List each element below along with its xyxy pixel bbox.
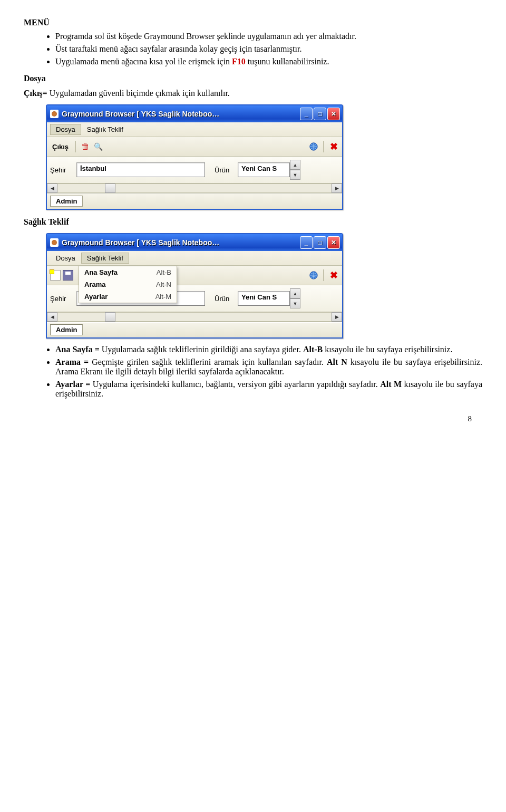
menu-item-arama[interactable]: Arama Alt-N xyxy=(79,278,177,291)
menu-saglik-teklif[interactable]: Sağlık Teklif xyxy=(81,124,129,135)
menu-shortcut: Alt-N xyxy=(156,281,171,288)
page-number: 8 xyxy=(24,414,482,423)
window-title: Graymound Browser [ YKS Saglik Noteboo… xyxy=(62,110,300,118)
shortcut-key: F10 xyxy=(232,57,246,66)
search-icon[interactable]: 🔍 xyxy=(93,141,103,152)
cikis-label: Çıkış= xyxy=(24,89,47,98)
statusbar: Admin xyxy=(47,322,342,337)
toolbar-divider xyxy=(323,141,324,152)
globe-icon[interactable] xyxy=(308,270,319,281)
bullet-item: Ayarlar = Uygulama içerisindeki kullanıc… xyxy=(55,380,482,399)
scroll-left-icon[interactable]: ◀ xyxy=(47,183,57,193)
close-icon: ✕ xyxy=(331,110,336,118)
heading-saglik-teklif: Sağlık Teklif xyxy=(24,217,482,227)
new-doc-icon[interactable] xyxy=(50,270,61,281)
menubar: Dosya Sağlık Teklif xyxy=(47,122,342,137)
minimize-icon: _ xyxy=(305,110,308,118)
horizontal-scrollbar[interactable]: ◀ ▶ xyxy=(47,183,342,194)
menu-label: Arama xyxy=(84,281,105,288)
menu-dosya[interactable]: Dosya xyxy=(50,124,81,135)
fields-row: Şehir İstanbul Ürün Yeni Can S ▲ ▼ xyxy=(47,157,342,183)
maximize-icon: □ xyxy=(318,110,322,118)
window-title: Graymound Browser [ YKS Saglik Noteboo… xyxy=(62,238,300,247)
titlebar: Graymound Browser [ YKS Saglik Noteboo… … xyxy=(47,105,342,122)
scroll-right-icon[interactable]: ▶ xyxy=(332,312,342,322)
java-icon xyxy=(50,110,59,118)
scroll-left-icon[interactable]: ◀ xyxy=(47,312,57,322)
term: Ayarlar = xyxy=(55,380,90,389)
minimize-icon: _ xyxy=(305,239,308,246)
menu-saglik-teklif[interactable]: Sağlık Teklif xyxy=(81,253,129,264)
menu-item-ayarlar[interactable]: Ayarlar Alt-M xyxy=(79,291,177,303)
close-button[interactable]: ✕ xyxy=(327,236,340,249)
city-input[interactable]: İstanbul xyxy=(76,162,205,177)
menu-item-anasayfa[interactable]: Ana Sayfa Alt-B xyxy=(79,266,177,278)
city-label: Şehir xyxy=(50,166,76,174)
scroll-thumb[interactable] xyxy=(105,312,115,322)
scroll-right-icon[interactable]: ▶ xyxy=(332,183,342,193)
term: Arama = xyxy=(55,357,89,366)
save-icon[interactable] xyxy=(63,270,73,281)
shortcut-key: Alt-B xyxy=(303,345,323,354)
text: Uygulamada menü ağacına kısa yol ile eri… xyxy=(55,57,232,66)
red-cross-icon[interactable]: ✖ xyxy=(328,141,339,152)
text: Geçmişte girilen sağlık tekliflerini ara… xyxy=(89,357,327,366)
bullet-item: Üst taraftaki menü ağacı sayfalar arasın… xyxy=(55,44,482,54)
toolbar: Çıkış 🗑 🔍 ✖ xyxy=(47,137,342,157)
product-input[interactable]: Yeni Can S xyxy=(238,291,290,306)
product-input[interactable]: Yeni Can S xyxy=(238,162,290,177)
scroll-track xyxy=(57,312,105,322)
text: Uygulama içerisindeki kullanıcı, bağlant… xyxy=(90,380,380,389)
menu-shortcut: Alt-M xyxy=(155,293,171,301)
scroll-track xyxy=(57,183,105,193)
maximize-button[interactable]: □ xyxy=(314,236,326,249)
maximize-button[interactable]: □ xyxy=(314,108,326,120)
menu-label: Ana Sayfa xyxy=(84,268,118,276)
heading-menu: MENÜ xyxy=(24,18,482,27)
scroll-track xyxy=(115,312,332,322)
app-window-1: Graymound Browser [ YKS Saglik Noteboo… … xyxy=(46,104,343,210)
product-label: Ürün xyxy=(215,166,238,174)
toolbar-cikis[interactable]: Çıkış xyxy=(50,142,71,152)
bullet-item: Ana Sayfa = Uygulamada sağlık teklifleri… xyxy=(55,345,482,354)
scroll-up-icon[interactable]: ▲ xyxy=(290,288,300,298)
term: Ana Sayfa = xyxy=(55,345,100,354)
statusbar: Admin xyxy=(47,194,342,209)
minimize-button[interactable]: _ xyxy=(300,236,313,249)
titlebar: Graymound Browser [ YKS Saglik Noteboo… … xyxy=(47,234,342,251)
java-icon xyxy=(50,238,59,247)
dropdown-saglik-teklif: Ana Sayfa Alt-B Arama Alt-N Ayarlar Alt-… xyxy=(79,266,177,303)
menu-shortcut: Alt-B xyxy=(157,268,171,276)
scroll-up-icon[interactable]: ▲ xyxy=(290,160,300,170)
window-buttons: _ □ ✕ xyxy=(300,108,340,120)
close-icon: ✕ xyxy=(331,239,336,246)
minimize-button[interactable]: _ xyxy=(300,108,313,120)
scroll-down-icon[interactable]: ▼ xyxy=(290,170,300,180)
toolbar-divider xyxy=(323,269,324,281)
bullet-item: Uygulamada menü ağacına kısa yol ile eri… xyxy=(55,57,482,66)
vertical-scrollbar[interactable]: ▲ ▼ xyxy=(290,288,299,308)
city-label: Şehir xyxy=(50,295,76,303)
toolbar-divider xyxy=(75,141,76,152)
top-bullet-list: Programda sol üst köşede Graymound Brows… xyxy=(24,32,482,66)
close-button[interactable]: ✕ xyxy=(327,108,340,120)
menubar-wrap: Dosya Sağlık Teklif ✖ Ana Sayfa Alt-B Ar… xyxy=(47,251,342,285)
text: Uygulamada sağlık tekliflerinin girildiğ… xyxy=(100,345,303,354)
shortcut-key: Alt M xyxy=(380,380,402,389)
red-cross-icon[interactable]: ✖ xyxy=(328,270,339,281)
trash-icon[interactable]: 🗑 xyxy=(80,141,91,152)
horizontal-scrollbar[interactable]: ◀ ▶ xyxy=(47,312,342,322)
menu-label: Ayarlar xyxy=(84,293,108,301)
bullet-item: Programda sol üst köşede Graymound Brows… xyxy=(55,32,482,41)
scroll-thumb[interactable] xyxy=(105,183,115,193)
globe-icon[interactable] xyxy=(308,141,319,152)
product-label: Ürün xyxy=(215,295,238,303)
vertical-scrollbar[interactable]: ▲ ▼ xyxy=(290,160,299,180)
menu-dosya[interactable]: Dosya xyxy=(50,253,81,264)
bullet-item: Arama = Geçmişte girilen sağlık teklifle… xyxy=(55,357,482,376)
text: kısayolu ile bu sayfaya erişebilirsiniz. xyxy=(323,345,452,354)
text: Uygulamadan güvenli biçimde çıkmak için … xyxy=(47,89,230,98)
scroll-down-icon[interactable]: ▼ xyxy=(290,298,300,308)
app-window-2: Graymound Browser [ YKS Saglik Noteboo… … xyxy=(46,233,343,339)
shortcut-key: Alt N xyxy=(327,357,347,366)
